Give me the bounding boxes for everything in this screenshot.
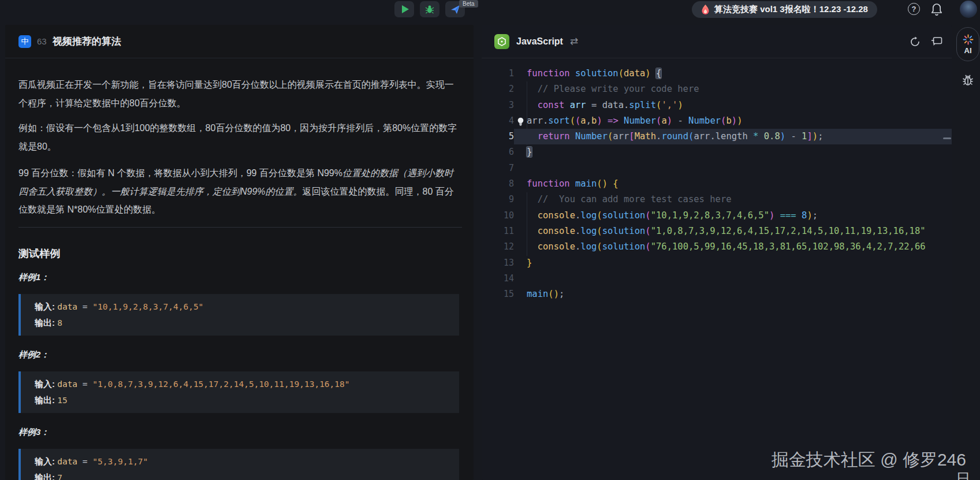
line-number: 1 xyxy=(482,66,514,81)
problem-paragraph: 西瓜视频正在开发一个新功能，旨在将访问量达到80百分位数以上的视频展示在首页的推… xyxy=(18,76,462,112)
line-number: 6 xyxy=(482,144,514,160)
sample-label: 样例1： xyxy=(18,272,462,282)
line-number: 4 xyxy=(482,113,514,129)
line-number: 2 xyxy=(482,81,514,97)
help-button[interactable]: ? xyxy=(908,3,920,15)
problem-panel: 中 63 视频推荐的算法 问题描述 西瓜视频正在开发一个新功能，旨在将访问量达到… xyxy=(5,25,474,480)
sample-input-row: 输入: data = "1,0,8,7,3,9,12,6,4,15,17,2,1… xyxy=(35,376,445,392)
code-line[interactable]: 13} xyxy=(482,255,952,271)
watermark-text: 掘金技术社区 @ 修罗246 xyxy=(772,448,966,472)
code-line[interactable]: 3 const arr = data.split(',') xyxy=(482,98,952,113)
section-problem-description: 问题描述 xyxy=(18,58,462,59)
line-number: 3 xyxy=(482,98,514,113)
code-line[interactable]: 12 console.log(solution("76,100,5,99,16,… xyxy=(482,239,952,255)
javascript-icon xyxy=(494,34,509,49)
line-number: 14 xyxy=(482,271,514,286)
problem-id: 63 xyxy=(37,36,47,46)
notifications-button[interactable] xyxy=(930,2,943,18)
sample-label: 样例2： xyxy=(18,349,462,360)
problem-header: 中 63 视频推荐的算法 xyxy=(5,25,474,58)
layout-toggle-icon[interactable] xyxy=(931,36,942,47)
code-line[interactable]: 2 // Please write your code here xyxy=(482,81,952,97)
ai-label: AI xyxy=(964,46,972,55)
scrollbar-marker[interactable] xyxy=(943,137,951,139)
code-editor[interactable]: 1function solution(data) {2 // Please wr… xyxy=(482,58,952,480)
user-avatar[interactable] xyxy=(960,1,977,18)
play-icon xyxy=(402,5,409,13)
sample-output-row: 输出: 8 xyxy=(35,315,445,331)
divider xyxy=(18,227,462,228)
beta-badge: Beta xyxy=(459,0,478,8)
problem-content[interactable]: 问题描述 西瓜视频正在开发一个新功能，旨在将访问量达到80百分位数以上的视频展示… xyxy=(5,58,474,480)
sample-output-row: 输出: 15 xyxy=(35,392,445,408)
line-number: 12 xyxy=(482,239,514,255)
sample-block: 输入: data = "5,3,9,1,7"输出: 7 xyxy=(18,449,459,480)
sample-block: 输入: data = "10,1,9,2,8,3,7,4,6,5"输出: 8 xyxy=(18,294,459,336)
line-number: 11 xyxy=(482,224,514,239)
debug-button[interactable] xyxy=(420,1,439,17)
code-line[interactable]: 5 return Number(arr[Math.round(arr.lengt… xyxy=(482,129,952,144)
code-line[interactable]: 6} xyxy=(482,144,952,160)
code-line[interactable]: 9 // You can add more test cases here xyxy=(482,192,952,207)
section-test-samples: 测试样例 xyxy=(18,247,462,259)
bell-icon xyxy=(930,2,943,16)
problem-paragraphs: 西瓜视频正在开发一个新功能，旨在将访问量达到80百分位数以上的视频展示在首页的推… xyxy=(18,76,462,219)
code-line[interactable]: 1function solution(data) { xyxy=(482,66,952,81)
sample-output-row: 输出: 7 xyxy=(35,470,445,480)
problem-title: 视频推荐的算法 xyxy=(53,35,121,48)
line-number: 13 xyxy=(482,255,514,271)
samples-list: 样例1：输入: data = "10,1,9,2,8,3,7,4,6,5"输出:… xyxy=(18,272,462,480)
question-icon: ? xyxy=(912,5,916,13)
sample-input-row: 输入: data = "5,3,9,1,7" xyxy=(35,453,445,470)
sample-input-row: 输入: data = "10,1,9,2,8,3,7,4,6,5" xyxy=(35,299,445,315)
editor-panel: JavaScript ⇄ 1function solution(data) {2… xyxy=(482,25,952,480)
debug-bug-icon xyxy=(961,73,975,87)
bug-icon xyxy=(425,5,434,14)
line-number: 15 xyxy=(482,286,514,302)
code-line[interactable]: 15main(); xyxy=(482,286,952,302)
code-line[interactable]: 7 xyxy=(482,161,952,176)
sample-block: 输入: data = "1,0,8,7,3,9,12,6,4,15,17,2,1… xyxy=(18,371,459,413)
problem-paragraph: 99 百分位数：假如有 N 个数据，将数据从小到大排列，99 百分位数是第 N9… xyxy=(18,164,462,219)
code-line[interactable]: 11 console.log(solution("1,0,8,7,3,9,12,… xyxy=(482,224,952,239)
switch-language-icon[interactable]: ⇄ xyxy=(570,35,578,47)
reset-code-icon[interactable] xyxy=(910,36,921,47)
code-line[interactable]: 10 console.log(solution("10,1,9,2,8,3,7,… xyxy=(482,208,952,224)
sample-label: 样例3： xyxy=(18,427,462,437)
flame-icon xyxy=(701,5,710,15)
language-label: JavaScript xyxy=(516,36,563,47)
code-line[interactable]: 14 xyxy=(482,271,952,286)
difficulty-badge: 中 xyxy=(18,35,31,48)
line-number: 7 xyxy=(482,161,514,176)
paper-plane-icon xyxy=(450,5,460,14)
line-number: 9 xyxy=(482,192,514,207)
line-number: 10 xyxy=(482,208,514,224)
line-number: 5 xyxy=(482,129,514,144)
line-number: 8 xyxy=(482,176,514,192)
ai-assistant-button[interactable]: AI xyxy=(956,27,979,61)
banner-text: 算法竞技赛 vol1 3报名啦！12.23 -12.28 xyxy=(714,4,868,15)
contest-banner[interactable]: 算法竞技赛 vol1 3报名啦！12.23 -12.28 xyxy=(692,1,877,18)
code-line[interactable]: 4arr.sort((a,b) => Number(a) - Number(b)… xyxy=(482,113,952,129)
problem-paragraph: 例如：假设有一个包含从1到100的整数数组，80百分位数的值为80，因为按升序排… xyxy=(18,119,462,155)
feedback-bug-button[interactable] xyxy=(961,73,975,90)
sparkle-icon xyxy=(963,34,974,45)
editor-header: JavaScript ⇄ xyxy=(482,25,952,58)
run-button[interactable] xyxy=(394,1,414,17)
code-line[interactable]: 8function main() { xyxy=(482,176,952,192)
watermark-clipped-char: 日 xyxy=(956,469,971,480)
